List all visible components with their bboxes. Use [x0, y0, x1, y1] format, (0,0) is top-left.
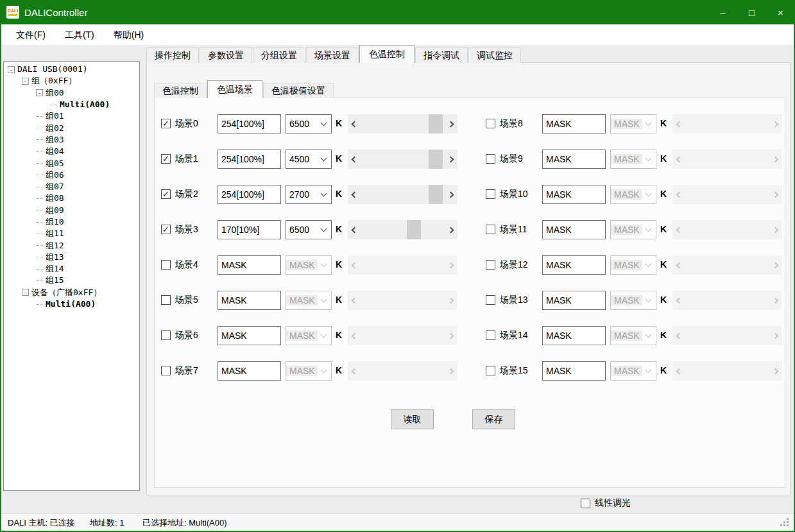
sub-tab[interactable]: 色温极值设置 [263, 83, 334, 98]
tree-expander-icon[interactable]: - [36, 89, 43, 96]
cct-dropdown[interactable]: MASK [610, 185, 656, 204]
tree-item[interactable]: 组07 [4, 181, 139, 193]
scroll-left-arrow-icon[interactable] [672, 185, 684, 204]
main-tab[interactable]: 参数设置 [200, 47, 252, 63]
scroll-left-arrow-icon[interactable] [348, 326, 359, 345]
scroll-left-arrow-icon[interactable] [348, 114, 359, 133]
brightness-input[interactable] [218, 255, 281, 275]
scene-checkbox[interactable] [486, 260, 495, 270]
scroll-right-arrow-icon[interactable] [446, 185, 457, 204]
scene-checkbox[interactable] [486, 189, 495, 199]
tree-item[interactable]: Multi(A00) [4, 298, 139, 310]
tree-expander-icon[interactable]: - [22, 289, 29, 296]
tree-expander-icon[interactable]: - [22, 78, 29, 85]
brightness-scrollbar[interactable] [672, 185, 782, 204]
scene-checkbox[interactable] [486, 225, 495, 234]
brightness-scrollbar[interactable] [348, 255, 457, 275]
tree-item[interactable]: 组06 [4, 169, 139, 181]
cct-dropdown[interactable]: MASK [610, 220, 656, 239]
scroll-right-arrow-icon[interactable] [771, 185, 782, 204]
tree-item[interactable]: - 设备（广播0xFF） [4, 287, 139, 298]
tree-item[interactable]: 组09 [4, 205, 139, 216]
scrollbar-thumb[interactable] [429, 185, 443, 204]
brightness-scrollbar[interactable] [348, 185, 457, 204]
main-tab[interactable]: 分组设置 [253, 47, 305, 63]
brightness-scrollbar[interactable] [672, 150, 782, 169]
cct-dropdown[interactable]: 2700 [286, 185, 332, 204]
scene-checkbox[interactable]: ✓ [161, 154, 171, 164]
scroll-left-arrow-icon[interactable] [672, 291, 684, 310]
scene-checkbox[interactable] [161, 260, 171, 270]
scroll-left-arrow-icon[interactable] [672, 150, 684, 169]
brightness-scrollbar[interactable] [348, 150, 457, 169]
main-tab[interactable]: 场景设置 [306, 47, 359, 63]
cct-dropdown[interactable]: MASK [286, 326, 332, 345]
main-tab[interactable]: 操作控制 [146, 47, 199, 63]
scroll-left-arrow-icon[interactable] [672, 114, 684, 133]
brightness-scrollbar[interactable] [348, 361, 457, 381]
tree-item[interactable]: - 组00 [4, 87, 139, 99]
cct-dropdown[interactable]: MASK [610, 150, 656, 169]
scroll-right-arrow-icon[interactable] [446, 220, 457, 239]
brightness-scrollbar[interactable] [348, 326, 457, 345]
scroll-left-arrow-icon[interactable] [348, 291, 359, 310]
scroll-right-arrow-icon[interactable] [446, 255, 457, 275]
scene-checkbox[interactable] [486, 330, 495, 340]
brightness-input[interactable] [542, 326, 606, 345]
cct-dropdown[interactable]: MASK [610, 326, 656, 345]
scene-checkbox[interactable] [161, 330, 171, 340]
cct-dropdown[interactable]: 4500 [286, 150, 332, 169]
scroll-right-arrow-icon[interactable] [771, 361, 782, 381]
tree-item[interactable]: Multi(A00) [4, 99, 139, 110]
scroll-right-arrow-icon[interactable] [771, 220, 782, 239]
brightness-scrollbar[interactable] [348, 291, 457, 310]
close-button[interactable]: × [766, 0, 795, 24]
brightness-scrollbar[interactable] [672, 326, 782, 345]
cct-dropdown[interactable]: MASK [286, 291, 332, 310]
cct-dropdown[interactable]: MASK [610, 255, 656, 275]
cct-dropdown[interactable]: MASK [610, 361, 656, 381]
brightness-input[interactable] [542, 291, 606, 310]
scroll-right-arrow-icon[interactable] [771, 114, 782, 133]
brightness-input[interactable] [542, 150, 606, 169]
scene-checkbox[interactable] [161, 295, 171, 305]
brightness-input[interactable] [218, 220, 281, 239]
cct-dropdown[interactable]: 6500 [286, 114, 332, 133]
scroll-left-arrow-icon[interactable] [348, 185, 359, 204]
tree-item[interactable]: 组14 [4, 263, 139, 275]
scroll-right-arrow-icon[interactable] [771, 291, 782, 310]
scroll-left-arrow-icon[interactable] [672, 220, 684, 239]
brightness-scrollbar[interactable] [348, 114, 457, 133]
brightness-scrollbar[interactable] [672, 361, 782, 381]
scroll-right-arrow-icon[interactable] [446, 361, 457, 381]
tree-item[interactable]: - DALI USB(0001) [4, 64, 139, 75]
scroll-left-arrow-icon[interactable] [672, 255, 684, 275]
scroll-left-arrow-icon[interactable] [672, 326, 684, 345]
scene-checkbox[interactable] [161, 366, 171, 375]
brightness-input[interactable] [218, 185, 281, 204]
sub-tab[interactable]: 色温场景 [207, 80, 262, 98]
scene-checkbox[interactable] [486, 154, 495, 164]
brightness-input[interactable] [542, 114, 606, 133]
scroll-right-arrow-icon[interactable] [771, 150, 782, 169]
main-tab[interactable]: 指令调试 [415, 47, 468, 63]
linear-dimming-checkbox[interactable] [581, 499, 590, 508]
tree-item[interactable]: 组08 [4, 193, 139, 204]
brightness-scrollbar[interactable] [672, 220, 782, 239]
scene-checkbox[interactable]: ✓ [161, 189, 171, 199]
scene-checkbox[interactable] [486, 366, 495, 375]
main-tab[interactable]: 色温控制 [359, 45, 415, 63]
cct-dropdown[interactable]: MASK [610, 291, 656, 310]
read-button[interactable]: 读取 [391, 409, 434, 429]
tree-item[interactable]: 组05 [4, 157, 139, 169]
tree-item[interactable]: 组15 [4, 275, 139, 286]
brightness-input[interactable] [542, 220, 606, 239]
menu-item[interactable]: 工具(T) [55, 24, 104, 45]
scroll-left-arrow-icon[interactable] [672, 361, 684, 381]
maximize-button[interactable]: □ [737, 0, 766, 24]
scene-checkbox[interactable] [486, 119, 495, 128]
tree-item[interactable]: 组10 [4, 216, 139, 228]
menu-item[interactable]: 帮助(H) [104, 24, 153, 45]
scroll-right-arrow-icon[interactable] [446, 150, 457, 169]
scene-checkbox[interactable]: ✓ [161, 119, 171, 128]
